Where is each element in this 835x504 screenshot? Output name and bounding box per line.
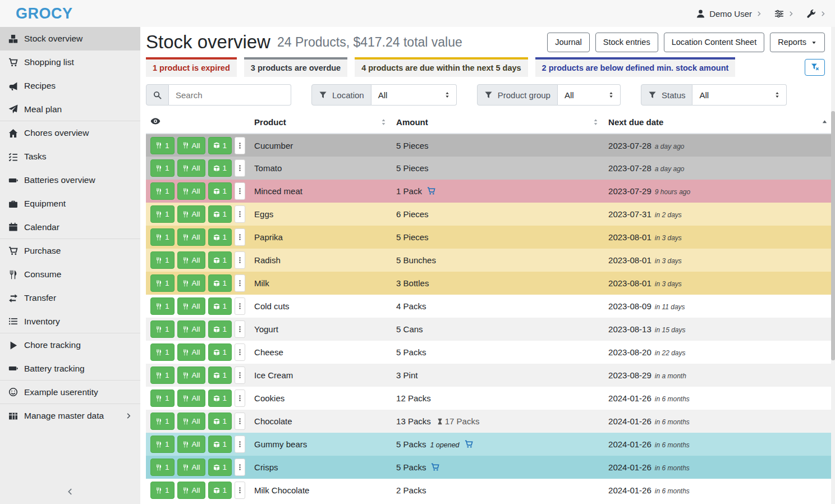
row-menu-button[interactable] <box>235 366 245 384</box>
row-menu-button[interactable] <box>235 459 245 476</box>
sidebar-item-batteries-overview[interactable]: Batteries overview <box>0 168 140 192</box>
due-soon-banner[interactable]: 4 products are due within the next 5 day… <box>355 57 527 77</box>
consume-all-button[interactable]: All <box>177 228 205 246</box>
open-one-button[interactable]: 1 <box>208 182 232 200</box>
consume-one-button[interactable]: 1 <box>150 320 175 338</box>
consume-all-button[interactable]: All <box>177 390 205 407</box>
consume-one-button[interactable]: 1 <box>150 459 175 476</box>
consume-all-button[interactable]: All <box>177 366 205 384</box>
sort-ascending-icon[interactable] <box>821 118 828 126</box>
row-menu-button[interactable] <box>235 297 245 315</box>
open-one-button[interactable]: 1 <box>208 320 232 338</box>
row-menu-button[interactable] <box>235 251 245 269</box>
consume-one-button[interactable]: 1 <box>150 182 175 200</box>
consume-one-button[interactable]: 1 <box>150 390 175 407</box>
scrollbar-thumb[interactable] <box>831 111 835 360</box>
consume-one-button[interactable]: 1 <box>150 205 175 223</box>
open-one-button[interactable]: 1 <box>208 436 232 453</box>
open-one-button[interactable]: 1 <box>208 205 232 223</box>
sidebar-item-meal-plan[interactable]: Meal plan <box>0 98 140 121</box>
consume-one-button[interactable]: 1 <box>150 482 175 499</box>
sidebar-item-shopping-list[interactable]: Shopping list <box>0 51 140 74</box>
sidebar-item-inventory[interactable]: Inventory <box>0 310 140 333</box>
consume-one-button[interactable]: 1 <box>150 343 175 361</box>
open-one-button[interactable]: 1 <box>208 482 232 499</box>
sidebar-item-recipes[interactable]: Recipes <box>0 74 140 98</box>
row-menu-button[interactable] <box>235 390 245 407</box>
next-due-date-column-header[interactable]: Next due date <box>608 117 663 127</box>
row-menu-button[interactable] <box>235 436 245 453</box>
sidebar-item-stock-overview[interactable]: Stock overview <box>0 27 140 51</box>
open-one-button[interactable]: 1 <box>208 251 232 269</box>
reports-button[interactable]: Reports <box>770 33 825 52</box>
product-group-select[interactable]: All <box>558 84 621 106</box>
open-one-button[interactable]: 1 <box>208 274 232 292</box>
sidebar-item-manage-master-data[interactable]: Manage master data <box>0 404 140 428</box>
consume-one-button[interactable]: 1 <box>150 366 175 384</box>
consume-one-button[interactable]: 1 <box>150 137 175 154</box>
consume-all-button[interactable]: All <box>177 320 205 338</box>
row-menu-button[interactable] <box>235 413 245 430</box>
consume-all-button[interactable]: All <box>177 482 205 499</box>
sidebar-item-tasks[interactable]: Tasks <box>0 145 140 168</box>
consume-all-button[interactable]: All <box>177 274 205 292</box>
consume-all-button[interactable]: All <box>177 297 205 315</box>
consume-one-button[interactable]: 1 <box>150 436 175 453</box>
location-content-sheet-button[interactable]: Location Content Sheet <box>664 33 765 52</box>
row-menu-button[interactable] <box>235 343 245 361</box>
consume-all-button[interactable]: All <box>177 205 205 223</box>
open-one-button[interactable]: 1 <box>208 390 232 407</box>
open-one-button[interactable]: 1 <box>208 459 232 476</box>
settings-menu[interactable] <box>774 9 794 19</box>
sidebar-item-chore-tracking[interactable]: Chore tracking <box>0 333 140 357</box>
open-one-button[interactable]: 1 <box>208 297 232 315</box>
consume-all-button[interactable]: All <box>177 413 205 430</box>
row-menu-button[interactable] <box>235 205 245 223</box>
sidebar-item-example-userentity[interactable]: Example userentity <box>0 381 140 404</box>
user-menu[interactable]: Demo User <box>696 9 762 19</box>
consume-one-button[interactable]: 1 <box>150 297 175 315</box>
grocy-logo[interactable]: GROCY <box>16 5 73 22</box>
stock-entries-button[interactable]: Stock entries <box>595 33 658 52</box>
open-one-button[interactable]: 1 <box>208 159 232 177</box>
sidebar-item-equipment[interactable]: Equipment <box>0 192 140 216</box>
sort-icon[interactable] <box>380 118 387 126</box>
search-input[interactable] <box>169 84 291 106</box>
consume-all-button[interactable]: All <box>177 251 205 269</box>
column-visibility-toggle[interactable] <box>150 116 160 126</box>
sidebar-item-purchase[interactable]: Purchase <box>0 239 140 263</box>
sidebar-item-consume[interactable]: Consume <box>0 263 140 286</box>
clear-filters-button[interactable] <box>805 59 825 76</box>
consume-all-button[interactable]: All <box>177 436 205 453</box>
sort-icon[interactable] <box>592 118 599 126</box>
row-menu-button[interactable] <box>235 274 245 292</box>
consume-all-button[interactable]: All <box>177 159 205 177</box>
row-menu-button[interactable] <box>235 159 245 177</box>
consume-one-button[interactable]: 1 <box>150 274 175 292</box>
row-menu-button[interactable] <box>235 182 245 200</box>
open-one-button[interactable]: 1 <box>208 413 232 430</box>
sidebar-item-battery-tracking[interactable]: Battery tracking <box>0 357 140 381</box>
sidebar-item-transfer[interactable]: Transfer <box>0 286 140 310</box>
below-min-stock-banner[interactable]: 2 products are below defined min. stock … <box>535 57 736 77</box>
sidebar-item-calendar[interactable]: Calendar <box>0 216 140 239</box>
consume-one-button[interactable]: 1 <box>150 251 175 269</box>
product-column-header[interactable]: Product <box>254 117 286 127</box>
open-one-button[interactable]: 1 <box>208 366 232 384</box>
expired-banner[interactable]: 1 product is expired <box>146 57 237 77</box>
admin-tools-menu[interactable] <box>806 9 826 19</box>
amount-column-header[interactable]: Amount <box>396 117 428 127</box>
page-scrollbar[interactable] <box>831 27 835 504</box>
consume-one-button[interactable]: 1 <box>150 413 175 430</box>
consume-all-button[interactable]: All <box>177 343 205 361</box>
open-one-button[interactable]: 1 <box>208 137 232 154</box>
consume-all-button[interactable]: All <box>177 137 205 154</box>
consume-all-button[interactable]: All <box>177 459 205 476</box>
consume-one-button[interactable]: 1 <box>150 228 175 246</box>
open-one-button[interactable]: 1 <box>208 228 232 246</box>
consume-one-button[interactable]: 1 <box>150 159 175 177</box>
row-menu-button[interactable] <box>235 137 245 154</box>
location-select[interactable]: All <box>371 84 457 106</box>
overdue-banner[interactable]: 3 products are overdue <box>244 57 347 77</box>
open-one-button[interactable]: 1 <box>208 343 232 361</box>
